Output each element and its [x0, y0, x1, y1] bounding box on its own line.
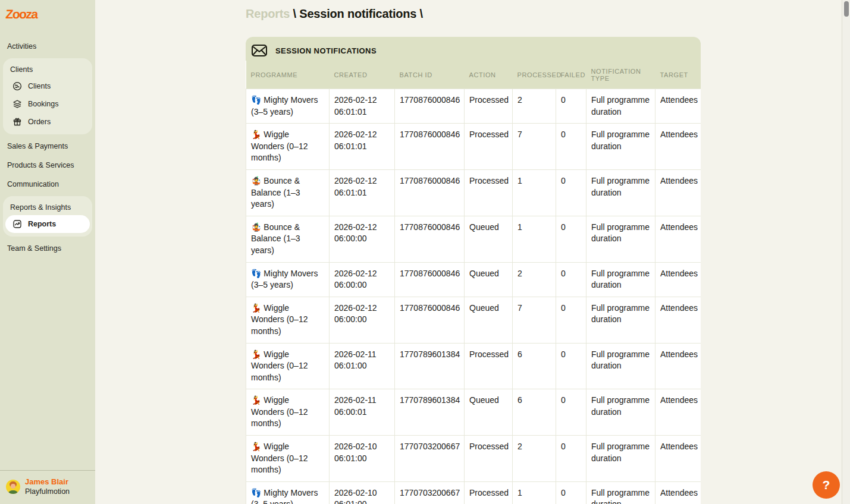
bookings-icon	[12, 99, 22, 109]
table-header-row: PROGRAMME CREATED BATCH ID ACTION PROCES…	[246, 61, 701, 89]
sidebar-item-clients[interactable]: Clients	[5, 77, 90, 95]
sidebar-item-products-services[interactable]: Products & Services	[0, 156, 95, 175]
cell-action: Queued	[465, 262, 513, 297]
cell-created-date: 2026-02-12	[334, 94, 390, 106]
table-row: 👣 Mighty Movers (3–5 years) 2026-02-10 0…	[246, 481, 701, 504]
scrollbar-track[interactable]	[842, 0, 850, 504]
sidebar-item-bookings[interactable]: Bookings	[5, 95, 90, 113]
cell-programme: 💃 Wiggle Wonders (0–12 months)	[246, 124, 330, 170]
cell-created-time: 06:00:00	[334, 233, 390, 245]
cell-created: 2026-02-11 06:01:00	[330, 343, 395, 389]
breadcrumb: Reports \ Session notifications \	[246, 7, 850, 21]
col-failed: FAILED	[556, 61, 586, 89]
cell-target: Attendees	[655, 89, 701, 124]
cell-batch-id: 1770876000846	[395, 297, 465, 343]
cell-programme: 👣 Mighty Movers (3–5 years)	[246, 262, 330, 297]
sidebar-item-activities[interactable]: Activities	[0, 37, 95, 56]
cell-failed: 0	[556, 124, 586, 170]
cell-processed: 2	[513, 436, 556, 482]
cell-target: Attendees	[655, 436, 701, 482]
cell-target: Attendees	[655, 389, 701, 436]
cell-programme: 💃 Wiggle Wonders (0–12 months)	[246, 436, 330, 482]
table-row: 👣 Mighty Movers (3–5 years) 2026-02-12 0…	[246, 262, 701, 297]
col-created: CREATED	[330, 61, 395, 89]
cell-action: Queued	[465, 216, 513, 262]
cell-processed: 1	[513, 216, 556, 262]
table-row: 💃 Wiggle Wonders (0–12 months) 2026-02-1…	[246, 343, 701, 389]
cell-created: 2026-02-11 06:00:01	[330, 389, 395, 436]
cell-programme: 👣 Mighty Movers (3–5 years)	[246, 481, 330, 504]
cell-failed: 0	[556, 436, 586, 482]
cell-notification-type: Full programme duration	[586, 169, 655, 216]
cell-action: Queued	[465, 389, 513, 436]
cell-failed: 0	[556, 297, 586, 343]
sidebar-item-team-settings[interactable]: Team & Settings	[0, 239, 95, 258]
col-action: ACTION	[465, 61, 513, 89]
cell-created-date: 2026-02-12	[334, 303, 390, 314]
cell-programme: 💃 Wiggle Wonders (0–12 months)	[246, 343, 330, 389]
cell-created: 2026-02-10 06:01:00	[330, 436, 395, 482]
cell-created: 2026-02-12 06:01:01	[330, 89, 395, 124]
breadcrumb-parent[interactable]: Reports	[246, 7, 290, 20]
breadcrumb-current: Session notifications	[299, 7, 416, 20]
clients-icon	[12, 81, 22, 91]
user-profile[interactable]: James Blair Playfulmotion	[0, 470, 95, 504]
col-notification-type: NOTIFICATION TYPE	[586, 61, 655, 89]
sidebar-item-orders[interactable]: Orders	[5, 113, 90, 131]
cell-created-date: 2026-02-10	[334, 487, 390, 499]
cell-processed: 7	[513, 297, 556, 343]
cell-target: Attendees	[655, 481, 701, 504]
col-target: TARGET	[655, 61, 701, 89]
sidebar-item-bookings-label: Bookings	[28, 100, 58, 108]
cell-created-date: 2026-02-12	[334, 129, 390, 141]
help-button[interactable]: ?	[813, 471, 840, 499]
cell-created: 2026-02-12 06:00:00	[330, 297, 395, 343]
user-name: James Blair	[25, 477, 70, 487]
sidebar-nav: Activities Clients Clients	[0, 37, 95, 258]
reports-icon	[12, 219, 22, 229]
table-row: 🤹 Bounce & Balance (1–3 years) 2026-02-1…	[246, 216, 701, 262]
cell-batch-id: 1770703200667	[395, 481, 465, 504]
sidebar-item-communication[interactable]: Communication	[0, 175, 95, 194]
cell-action: Processed	[465, 481, 513, 504]
app-logo[interactable]: Zooza	[0, 0, 44, 21]
cell-notification-type: Full programme duration	[586, 124, 655, 170]
cell-action: Processed	[465, 124, 513, 170]
sidebar-item-reports[interactable]: Reports	[5, 215, 90, 233]
cell-notification-type: Full programme duration	[586, 481, 655, 504]
cell-created-time: 06:00:00	[334, 279, 390, 291]
sidebar-item-clients-label: Clients	[28, 82, 51, 90]
cell-target: Attendees	[655, 343, 701, 389]
user-org: Playfulmotion	[25, 487, 70, 497]
cell-created: 2026-02-12 06:01:01	[330, 124, 395, 170]
cell-created-date: 2026-02-11	[334, 395, 390, 407]
cell-batch-id: 1770789601384	[395, 343, 465, 389]
cell-notification-type: Full programme duration	[586, 297, 655, 343]
sidebar-item-sales-payments[interactable]: Sales & Payments	[0, 137, 95, 156]
cell-action: Processed	[465, 169, 513, 216]
scrollbar-thumb[interactable]	[844, 1, 849, 17]
cell-failed: 0	[556, 216, 586, 262]
cell-target: Attendees	[655, 262, 701, 297]
table-row: 💃 Wiggle Wonders (0–12 months) 2026-02-1…	[246, 436, 701, 482]
main-content: Reports \ Session notifications \ SESSIO…	[95, 0, 850, 504]
cell-processed: 1	[513, 169, 556, 216]
breadcrumb-trailing: \	[420, 7, 423, 20]
cell-target: Attendees	[655, 124, 701, 170]
sidebar-group-reports-label[interactable]: Reports & Insights	[3, 199, 92, 215]
avatar	[6, 480, 20, 494]
cell-failed: 0	[556, 343, 586, 389]
cell-batch-id: 1770876000846	[395, 89, 465, 124]
cell-processed: 6	[513, 343, 556, 389]
table-row: 💃 Wiggle Wonders (0–12 months) 2026-02-1…	[246, 297, 701, 343]
cell-created-time: 06:00:01	[334, 407, 390, 418]
sidebar-group-clients-label[interactable]: Clients	[3, 61, 92, 77]
cell-action: Processed	[465, 343, 513, 389]
cell-action: Processed	[465, 436, 513, 482]
cell-action: Queued	[465, 297, 513, 343]
cell-notification-type: Full programme duration	[586, 343, 655, 389]
sidebar-group-reports-insights: Reports & Insights Reports	[3, 196, 92, 237]
cell-programme: 👣 Mighty Movers (3–5 years)	[246, 89, 330, 124]
cell-programme: 🤹 Bounce & Balance (1–3 years)	[246, 169, 330, 216]
cell-created-time: 06:01:01	[334, 141, 390, 153]
